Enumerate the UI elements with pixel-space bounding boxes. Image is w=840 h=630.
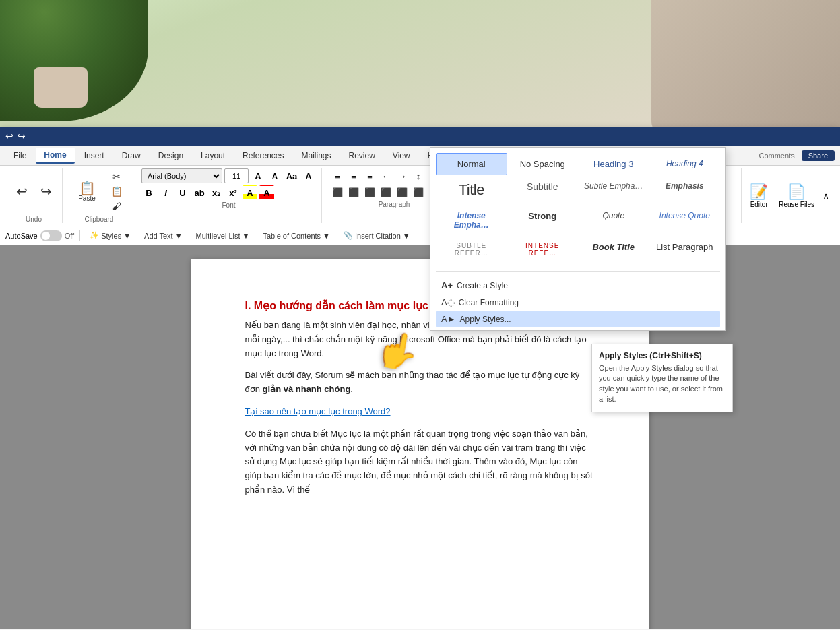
tab-file[interactable]: File: [5, 148, 34, 163]
multilevel-btn[interactable]: ≡: [362, 168, 377, 183]
style-title-item[interactable]: Title: [436, 175, 507, 205]
style-strong-item[interactable]: Strong: [507, 205, 579, 236]
font-group-label: Font: [222, 201, 235, 209]
reuse-files-btn[interactable]: 📄 Reuse Files: [776, 181, 817, 211]
style-subtle-emph-item[interactable]: Subtle Empha…: [578, 175, 649, 205]
align-left-btn[interactable]: ⬛: [330, 185, 345, 199]
font-grow-btn[interactable]: A: [251, 168, 265, 183]
style-emphasis-item[interactable]: Emphasis: [649, 175, 721, 205]
strikethrough-btn[interactable]: ab: [192, 185, 207, 200]
font-size-input[interactable]: [224, 168, 249, 183]
plant-pot: [34, 67, 88, 108]
redo-icon: ↪: [40, 185, 52, 198]
multilevel-cmd-btn[interactable]: Multilevel List ▼: [192, 230, 254, 241]
clipboard-group-label: Clipboard: [85, 216, 114, 223]
tab-draw[interactable]: Draw: [114, 148, 149, 163]
tab-layout[interactable]: Layout: [193, 148, 233, 163]
share-btn[interactable]: Share: [802, 150, 835, 161]
cursor-hand: 👆: [373, 327, 423, 375]
style-subtle-ref-item[interactable]: Subtle Refer…: [436, 236, 507, 263]
increase-indent-btn[interactable]: →: [395, 168, 410, 183]
autosave-toggle[interactable]: [40, 230, 62, 241]
superscript-btn[interactable]: x²: [226, 185, 240, 200]
style-quote-item[interactable]: Quote: [578, 205, 649, 236]
toc-cmd-btn[interactable]: Table of Contents ▼: [259, 230, 334, 241]
decrease-indent-btn[interactable]: ←: [379, 168, 393, 183]
style-nospacing-item[interactable]: No Spacing: [507, 153, 579, 175]
font-group: Arial (Body) A A Aa A B I U ab x₂ x² A A: [136, 168, 322, 223]
italic-btn[interactable]: I: [158, 185, 173, 200]
undo-group: ↩ ↪ Undo: [5, 168, 63, 223]
tab-insert[interactable]: Insert: [76, 148, 112, 163]
apply-styles-icon: A►: [441, 314, 456, 324]
undo-icon: ↩: [16, 185, 28, 198]
paste-icon: 📋: [79, 181, 96, 195]
format-painter-btn[interactable]: 🖌: [106, 199, 127, 213]
cut-icon: ✂: [112, 171, 121, 182]
style-intense-ref-item[interactable]: Intense Refe…: [507, 236, 579, 263]
tab-mailings[interactable]: Mailings: [293, 148, 339, 163]
align-justify-btn[interactable]: ⬛: [379, 185, 393, 199]
copy-btn[interactable]: 📋: [106, 185, 127, 198]
tab-design[interactable]: Design: [150, 148, 191, 163]
keyboard-decoration: [651, 0, 840, 135]
styles-cmd-btn[interactable]: ✨ Styles ▼: [86, 230, 135, 241]
editor-icon: 📝: [750, 183, 768, 201]
font-highlight-btn[interactable]: A: [243, 185, 257, 200]
tab-references[interactable]: References: [234, 148, 292, 163]
tab-review[interactable]: Review: [341, 148, 383, 163]
add-text-cmd-btn[interactable]: Add Text ▼: [140, 230, 187, 241]
font-shrink-btn[interactable]: A: [267, 168, 282, 183]
style-intense-quote-item[interactable]: Intense Quote: [649, 205, 721, 236]
style-subtitle-item[interactable]: Subtitle: [507, 175, 579, 205]
doc-para-2: Bài viết dưới đây, Sforum sẽ mách bạn nh…: [245, 369, 595, 397]
undo-ribbon-btn[interactable]: ↩: [11, 183, 32, 199]
paste-btn[interactable]: 📋 Paste: [71, 180, 103, 203]
font-clear-btn[interactable]: A: [301, 168, 316, 183]
tab-home[interactable]: Home: [36, 148, 74, 164]
doc-link-line: Tại sao nên tạo mục lục trong Word?: [245, 405, 595, 419]
apply-styles-item[interactable]: A► Apply Styles...: [436, 311, 720, 327]
style-heading4-item[interactable]: Heading 4: [649, 153, 721, 175]
tab-view[interactable]: View: [385, 148, 418, 163]
font-name-select[interactable]: Arial (Body): [141, 168, 222, 183]
style-book-title-item[interactable]: Book Title: [578, 236, 649, 263]
style-intense-empha-item[interactable]: Intense Empha…: [436, 205, 507, 236]
sort-btn[interactable]: ↕: [411, 168, 426, 183]
tooltip-title: Apply Styles (Ctrl+Shift+S): [599, 351, 725, 360]
underline-btn[interactable]: U: [175, 185, 190, 200]
create-style-item[interactable]: A+ Create a Style: [436, 277, 720, 294]
font-case-btn[interactable]: Aa: [284, 168, 299, 183]
bold-btn[interactable]: B: [141, 185, 156, 200]
autosave-control[interactable]: AutoSave Off: [5, 230, 74, 241]
undo-btn[interactable]: ↩: [5, 131, 13, 141]
clipboard-group: 📋 Paste ✂ 📋 🖌 Clipboard: [65, 168, 133, 223]
comments-btn[interactable]: Comments: [758, 152, 794, 160]
subscript-btn[interactable]: x₂: [209, 185, 224, 200]
style-list-para-item[interactable]: List Paragraph: [649, 236, 721, 263]
align-center-btn[interactable]: ⬛: [346, 185, 361, 199]
create-style-icon: A+: [441, 280, 453, 290]
style-heading3-item[interactable]: Heading 3: [578, 153, 649, 175]
font-color-btn[interactable]: A: [259, 185, 274, 200]
editor-panel-btn[interactable]: 📝 Editor: [747, 181, 771, 211]
clear-formatting-item[interactable]: A◌ Clear Formatting: [436, 294, 720, 311]
redo-btn[interactable]: ↪: [18, 131, 26, 141]
reuse-files-icon: 📄: [787, 183, 806, 201]
bullets-btn[interactable]: ≡: [330, 168, 345, 183]
style-normal-item[interactable]: Normal: [436, 153, 507, 175]
spacing-btn[interactable]: ⬛: [411, 185, 426, 199]
copy-icon: 📋: [111, 186, 123, 197]
columns-btn[interactable]: ⬛: [395, 185, 410, 199]
tooltip-box: Apply Styles (Ctrl+Shift+S) Open the App…: [591, 344, 733, 412]
styles-divider: [436, 271, 720, 272]
ribbon-collapse-btn[interactable]: ∧: [822, 191, 829, 201]
citation-cmd-btn[interactable]: 📎 Insert Citation ▼: [340, 230, 414, 241]
doc-para-4: Có thể bạn chưa biết Mục lục là một phần…: [245, 427, 595, 497]
tooltip-body: Open the Apply Styles dialog so that you…: [599, 363, 725, 405]
undo-group-label: Undo: [26, 216, 42, 223]
align-right-btn[interactable]: ⬛: [362, 185, 377, 199]
cut-btn[interactable]: ✂: [106, 170, 127, 183]
redo-ribbon-btn[interactable]: ↪: [35, 183, 57, 199]
numbering-btn[interactable]: ≡: [346, 168, 361, 183]
